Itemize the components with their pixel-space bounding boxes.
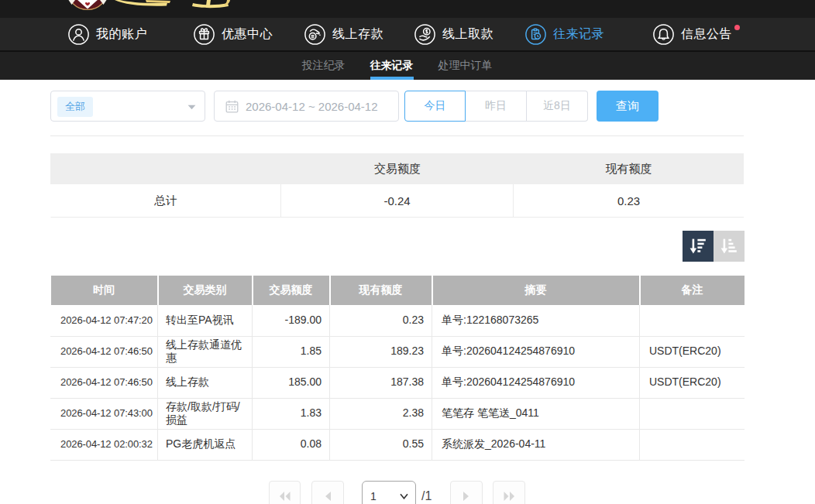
notification-badge: [734, 25, 740, 30]
cell-time: 2026-04-12 07:46:50: [51, 367, 158, 398]
table-row: 2026-04-12 02:00:32 PG老虎机返点 0.08 0.55 系统…: [51, 429, 745, 460]
nav-item-label: 线上取款: [442, 26, 493, 43]
summary-header-empty: [50, 153, 281, 184]
tab-bar: 投注纪录 往来记录 处理中订单: [50, 52, 744, 80]
type-select[interactable]: 全部: [50, 91, 205, 122]
sub-nav: 投注纪录 往来记录 处理中订单: [0, 50, 815, 80]
sort-buttons: [683, 231, 745, 262]
cell-summary: 单号:202604124254876910: [432, 367, 640, 398]
cell-type: 线上存款通道优惠: [158, 336, 253, 367]
range-last8days-button[interactable]: 近8日: [527, 91, 588, 122]
page-select-wrap: 1: [362, 481, 416, 504]
cell-time: 2026-04-12 07:46:50: [51, 336, 158, 367]
left-arrow-icon: [324, 491, 332, 502]
summary-table: 交易额度 现有额度 总计 -0.24 0.23: [50, 153, 744, 218]
nav-item-label: 我的账户: [96, 26, 147, 43]
nav-item-label: 优惠中心: [222, 26, 273, 43]
nav-item-online-withdrawal[interactable]: 线上取款: [414, 18, 493, 50]
cell-summary: 系统派发_2026-04-11: [432, 429, 640, 460]
col-header-current-amount: 现有额度: [330, 276, 432, 305]
nav-item-label: 信息公告: [681, 26, 732, 43]
cell-type: 转出至PA视讯: [158, 305, 253, 336]
cell-current-amount: 0.23: [330, 305, 432, 336]
cell-time: 2026-04-12 07:43:00: [51, 398, 158, 429]
cell-transaction-amount: 1.85: [253, 336, 330, 367]
summary-header-row: 交易额度 现有额度: [50, 153, 744, 184]
records-icon: [525, 24, 546, 45]
double-right-arrow-icon: [503, 491, 516, 502]
cell-current-amount: 189.23: [330, 336, 432, 367]
date-range-value: 2026-04-12 ~ 2026-04-12: [246, 100, 378, 113]
user-icon: [68, 24, 89, 45]
search-button[interactable]: 查询: [597, 91, 659, 122]
quick-range-group: 今日 昨日 近8日: [404, 91, 588, 122]
cell-summary: 单号:202604124254876910: [432, 336, 640, 367]
cell-remark: [640, 398, 745, 429]
calendar-icon: [225, 100, 239, 113]
table-row: 2026-04-12 07:46:50 线上存款通道优惠 1.85 189.23…: [51, 336, 745, 367]
table-row: 2026-04-12 07:47:20 转出至PA视讯 -189.00 0.23…: [51, 305, 745, 336]
nav-item-label: 线上存款: [332, 26, 383, 43]
page-count-label: /1: [421, 481, 432, 504]
summary-total-label: 总计: [50, 184, 281, 218]
brand-logo-icon[interactable]: [62, 0, 248, 18]
range-yesterday-button[interactable]: 昨日: [466, 91, 527, 122]
next-page-button[interactable]: [450, 481, 483, 504]
cell-type: 存款/取款/打码/损益: [158, 398, 253, 429]
prev-page-button[interactable]: [311, 481, 344, 504]
col-header-summary: 摘要: [432, 276, 640, 305]
cell-transaction-amount: 1.83: [253, 398, 330, 429]
col-header-time: 时间: [51, 276, 158, 305]
divider-line: [50, 135, 744, 136]
page-select[interactable]: 1: [362, 481, 416, 504]
page: 我的账户 优惠中心 线上存款: [0, 0, 815, 504]
gift-icon: [194, 24, 215, 45]
cell-time: 2026-04-12 07:47:20: [51, 305, 158, 336]
col-header-transaction-amount: 交易额度: [253, 276, 330, 305]
cell-current-amount: 0.55: [330, 429, 432, 460]
chevron-down-icon: [187, 105, 196, 110]
nav-item-transaction-records[interactable]: 往来记录: [525, 18, 604, 50]
records-table: 时间 交易类别 交易额度 现有额度 摘要 备注 2026-04-12 07:47…: [50, 276, 745, 461]
main-nav: 我的账户 优惠中心 线上存款: [0, 18, 815, 50]
first-page-button[interactable]: [269, 481, 301, 504]
cell-type: 线上存款: [158, 367, 253, 398]
nav-item-label: 往来记录: [553, 26, 604, 43]
col-header-remark: 备注: [640, 276, 745, 305]
cell-transaction-amount: 0.08: [253, 429, 330, 460]
table-row: 2026-04-12 07:46:50 线上存款 185.00 187.38 单…: [51, 367, 745, 398]
right-arrow-icon: [463, 491, 470, 502]
col-header-type: 交易类别: [158, 276, 253, 305]
nav-item-promotions[interactable]: 优惠中心: [194, 18, 273, 50]
last-page-button[interactable]: [493, 481, 525, 504]
cell-time: 2026-04-12 02:00:32: [51, 429, 158, 460]
cell-remark: [640, 305, 745, 336]
summary-header-transaction-amount: 交易额度: [281, 153, 514, 184]
sort-amount-desc-button[interactable]: [683, 231, 714, 262]
tab-pending-orders[interactable]: 处理中订单: [438, 52, 493, 80]
cell-transaction-amount: -189.00: [253, 305, 330, 336]
cell-remark: USDT(ERC20): [640, 336, 745, 367]
nav-item-online-deposit[interactable]: 线上存款: [304, 18, 383, 50]
sort-amount-desc-icon: [689, 237, 707, 255]
tab-transaction-records[interactable]: 往来记录: [370, 52, 414, 80]
sort-amount-asc-button[interactable]: [714, 231, 745, 262]
cell-transaction-amount: 185.00: [253, 367, 330, 398]
bell-icon: [653, 24, 674, 45]
nav-item-announcements[interactable]: 信息公告: [653, 18, 732, 50]
cell-type: PG老虎机返点: [158, 429, 253, 460]
summary-header-current-amount: 现有额度: [514, 153, 744, 184]
sort-amount-asc-icon: [720, 237, 738, 255]
cell-remark: USDT(ERC20): [640, 367, 745, 398]
nav-item-my-account[interactable]: 我的账户: [68, 18, 147, 50]
date-range-input[interactable]: 2026-04-12 ~ 2026-04-12: [214, 91, 399, 122]
cell-summary: 笔笔存 笔笔送_0411: [432, 398, 640, 429]
tab-betting-records[interactable]: 投注纪录: [302, 52, 346, 80]
summary-transaction-amount-value: -0.24: [281, 184, 514, 218]
summary-current-amount-value: 0.23: [514, 184, 744, 218]
table-row: 2026-04-12 07:43:00 存款/取款/打码/损益 1.83 2.3…: [51, 398, 745, 429]
double-left-arrow-icon: [278, 491, 291, 502]
range-today-button[interactable]: 今日: [404, 91, 466, 122]
cell-current-amount: 187.38: [330, 367, 432, 398]
selected-type-tag: 全部: [57, 97, 93, 117]
